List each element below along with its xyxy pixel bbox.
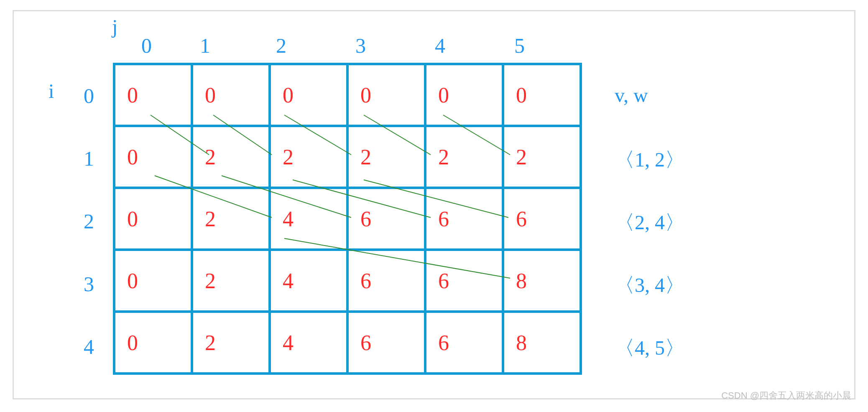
- cell: 6: [425, 312, 503, 374]
- cell: 0: [114, 312, 192, 374]
- diagram-stage: j i 0 1 2 3 4 5 0 1 2 3 4 v, w 〈1, 2〉 〈2…: [0, 0, 868, 412]
- row-header-1: 1: [84, 146, 94, 171]
- col-header-1: 1: [200, 33, 210, 58]
- row-header-3: 3: [84, 272, 94, 296]
- cell: 0: [114, 188, 192, 250]
- cell: 2: [347, 126, 425, 188]
- watermark: CSDN @四舍五入两米高的小晨: [721, 389, 851, 402]
- cell: 6: [503, 188, 581, 250]
- cell: 2: [192, 250, 270, 312]
- cell: 4: [270, 188, 347, 250]
- cell: 6: [347, 250, 425, 312]
- vw-header: v, w: [615, 84, 648, 107]
- row-header-0: 0: [84, 84, 94, 108]
- cell: 0: [114, 126, 192, 188]
- vw-label-1: 〈1, 2〉: [615, 146, 685, 173]
- cell: 6: [425, 250, 503, 312]
- cell: 4: [270, 250, 347, 312]
- vw-label-3: 〈3, 4〉: [615, 272, 685, 299]
- cell: 0: [270, 64, 347, 126]
- vw-label-2: 〈2, 4〉: [615, 209, 685, 236]
- cell: 0: [192, 64, 270, 126]
- cell: 8: [503, 312, 581, 374]
- table-row: 0 2 4 6 6 6: [114, 188, 581, 250]
- cell: 2: [270, 126, 347, 188]
- axis-label-j: j: [112, 15, 117, 38]
- table-row: 0 2 4 6 6 8: [114, 312, 581, 374]
- table-row: 0 2 2 2 2 2: [114, 126, 581, 188]
- row-header-2: 2: [84, 209, 94, 233]
- cell: 8: [503, 250, 581, 312]
- cell: 6: [425, 188, 503, 250]
- col-header-0: 0: [141, 33, 152, 58]
- row-header-4: 4: [84, 335, 94, 359]
- cell: 6: [347, 312, 425, 374]
- col-header-4: 4: [435, 33, 445, 58]
- dp-table: 0 0 0 0 0 0 0 2 2 2 2 2 0 2 4 6 6 6: [113, 63, 582, 375]
- cell: 6: [347, 188, 425, 250]
- cell: 2: [503, 126, 581, 188]
- cell: 4: [270, 312, 347, 374]
- cell: 0: [425, 64, 503, 126]
- table-row: 0 0 0 0 0 0: [114, 64, 581, 126]
- cell: 2: [192, 312, 270, 374]
- vw-label-4: 〈4, 5〉: [615, 335, 685, 361]
- col-header-5: 5: [514, 33, 525, 58]
- col-header-3: 3: [355, 33, 366, 58]
- cell: 0: [347, 64, 425, 126]
- cell: 2: [192, 188, 270, 250]
- cell: 2: [425, 126, 503, 188]
- col-header-2: 2: [276, 33, 286, 58]
- cell: 0: [503, 64, 581, 126]
- axis-label-i: i: [49, 79, 54, 102]
- table-row: 0 2 4 6 6 8: [114, 250, 581, 312]
- cell: 0: [114, 64, 192, 126]
- cell: 2: [192, 126, 270, 188]
- cell: 0: [114, 250, 192, 312]
